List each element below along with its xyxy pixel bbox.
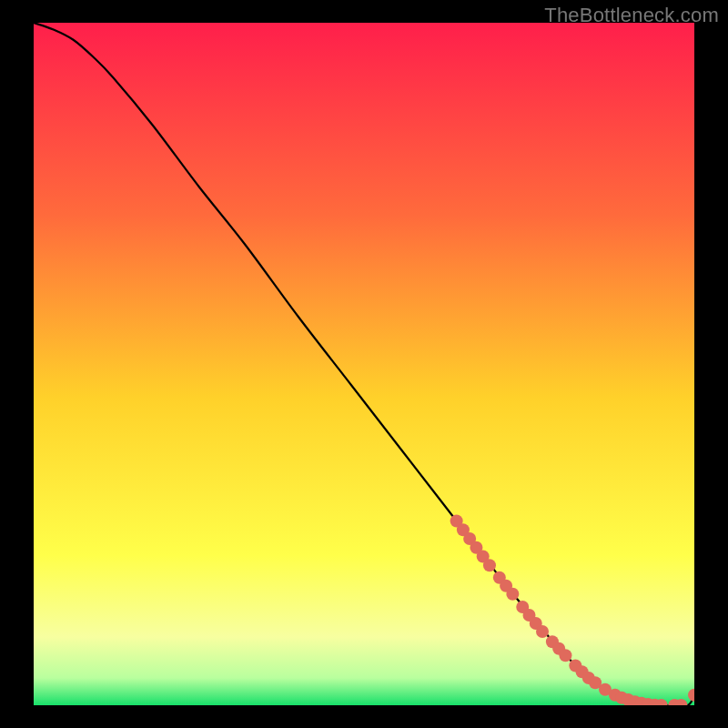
marker-dot: [536, 625, 549, 638]
chart-container: TheBottleneck.com: [0, 0, 728, 728]
marker-dot: [483, 559, 496, 571]
plot-background: [34, 23, 694, 705]
marker-dot: [559, 649, 571, 662]
watermark-text: TheBottleneck.com: [544, 4, 719, 27]
bottleneck-chart: [0, 0, 728, 728]
svg-rect-3: [0, 0, 34, 728]
marker-dot: [506, 588, 519, 601]
svg-rect-4: [694, 0, 728, 728]
svg-rect-2: [0, 705, 728, 728]
